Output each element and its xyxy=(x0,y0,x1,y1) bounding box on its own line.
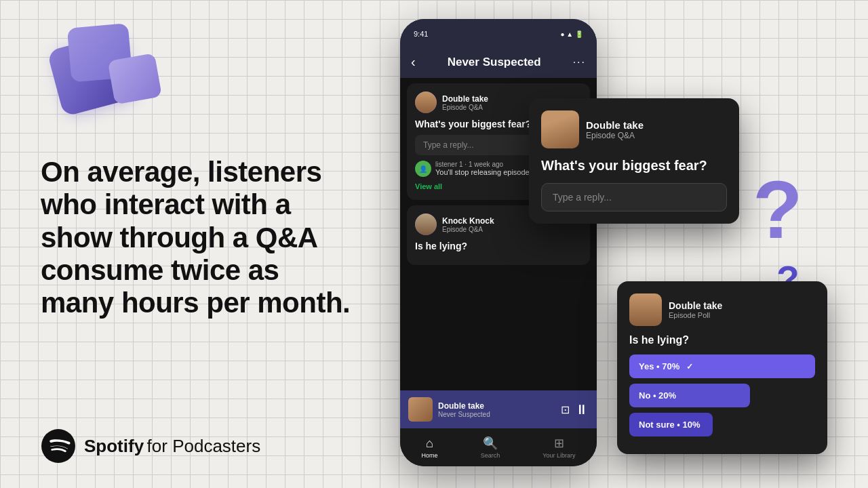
question-mark-decoration: ? xyxy=(753,163,802,256)
poll-option-yes[interactable]: Yes • 70% ✓ xyxy=(629,354,815,378)
search-icon: 🔍 xyxy=(483,436,498,451)
qa-subtitle-2: Episode Q&A xyxy=(442,226,494,233)
home-icon: ⌂ xyxy=(426,436,433,451)
library-icon: ⊞ xyxy=(554,436,564,451)
svg-point-0 xyxy=(41,429,75,463)
expanded-qa-avatar xyxy=(541,110,579,148)
phone-bottom-nav: ⌂ Home 🔍 Search ⊞ Your Library xyxy=(400,428,597,466)
poll-yes-label: Yes • 70% xyxy=(639,361,679,371)
spotify-sub-label: for Podcasters xyxy=(147,436,261,456)
poll-option-not-sure[interactable]: Not sure • 10% xyxy=(629,413,713,436)
qa-subtitle-1: Episode Q&A xyxy=(442,104,488,111)
status-time: 9:41 xyxy=(414,30,428,38)
now-playing-title: Double take xyxy=(438,401,555,411)
heading-text: On average, listeners who interact with … xyxy=(41,156,366,319)
poll-header: Double take Episode Poll xyxy=(629,293,815,326)
library-nav-label: Your Library xyxy=(542,452,575,459)
now-playing-bar[interactable]: Double take Never Suspected ⊡ ⏸ xyxy=(400,390,597,428)
spotify-name: Spotify xyxy=(84,436,144,456)
decorative-shapes xyxy=(41,27,190,149)
poll-question: Is he lying? xyxy=(629,334,815,346)
poll-yes-check-icon: ✓ xyxy=(686,362,693,371)
poll-card: Double take Episode Poll Is he lying? Ye… xyxy=(617,281,827,454)
back-icon[interactable]: ‹ xyxy=(411,54,416,70)
poll-subtitle: Episode Poll xyxy=(669,311,722,319)
search-nav-label: Search xyxy=(481,452,500,459)
main-heading: On average, listeners who interact with … xyxy=(41,156,366,319)
poll-no-label: No • 20% xyxy=(639,390,676,401)
phone-title: Never Suspected xyxy=(416,56,573,69)
expanded-qa-card: Double take Episode Q&A What's your bigg… xyxy=(529,98,739,224)
home-nav-label: Home xyxy=(422,452,438,459)
now-playing-controls[interactable]: ⊡ ⏸ xyxy=(561,402,589,418)
qa-question-2: Is he lying? xyxy=(415,241,582,251)
poll-title: Double take xyxy=(669,300,722,311)
qa-title-1: Double take xyxy=(442,94,488,104)
phone-nav-header: ‹ Never Suspected ··· xyxy=(400,49,597,78)
qa-podcast-avatar-2 xyxy=(415,214,437,235)
spotify-logo-icon xyxy=(41,428,76,464)
qa-podcast-avatar-1 xyxy=(415,92,437,113)
qa-title-2: Knock Knock xyxy=(442,216,494,226)
expanded-avatar-person xyxy=(541,110,579,148)
qa-card-1-info: Double take Episode Q&A xyxy=(442,94,488,111)
poll-avatar xyxy=(629,293,662,326)
now-playing-avatar xyxy=(408,397,433,422)
poll-info: Double take Episode Poll xyxy=(669,300,722,319)
spotify-text-block: Spotify for Podcasters xyxy=(84,436,260,457)
pause-icon[interactable]: ⏸ xyxy=(575,402,589,418)
spotify-brand: Spotify for Podcasters xyxy=(41,428,260,464)
nav-search[interactable]: 🔍 Search xyxy=(481,436,500,459)
phone-status-bar: 9:41 ● ▲ 🔋 xyxy=(400,19,597,49)
view-all-link[interactable]: View all xyxy=(415,182,442,190)
commenter-avatar-1: 👤 xyxy=(415,161,431,177)
expanded-qa-header: Double take Episode Q&A xyxy=(541,110,727,148)
expanded-qa-title: Double take xyxy=(586,119,644,131)
cast-icon[interactable]: ⊡ xyxy=(561,403,570,416)
nav-home[interactable]: ⌂ Home xyxy=(422,436,438,459)
expanded-qa-question: What's your biggest fear? xyxy=(541,158,727,174)
expanded-qa-info: Double take Episode Q&A xyxy=(586,119,644,140)
now-playing-subtitle: Never Suspected xyxy=(438,411,555,418)
nav-library[interactable]: ⊞ Your Library xyxy=(542,436,575,459)
expanded-qa-subtitle: Episode Q&A xyxy=(586,131,644,140)
cube-shape xyxy=(47,32,136,117)
phone-mockup: 9:41 ● ▲ 🔋 ‹ Never Suspected ··· Double … xyxy=(400,19,597,466)
status-icons: ● ▲ 🔋 xyxy=(561,30,584,38)
qa-card-2-info: Knock Knock Episode Q&A xyxy=(442,216,494,233)
poll-option-no[interactable]: No • 20% xyxy=(629,384,750,407)
poll-not-sure-label: Not sure • 10% xyxy=(639,420,701,430)
now-playing-info: Double take Never Suspected xyxy=(438,401,555,418)
expanded-qa-reply-input[interactable]: Type a reply... xyxy=(541,183,727,211)
more-options-icon[interactable]: ··· xyxy=(573,56,586,68)
